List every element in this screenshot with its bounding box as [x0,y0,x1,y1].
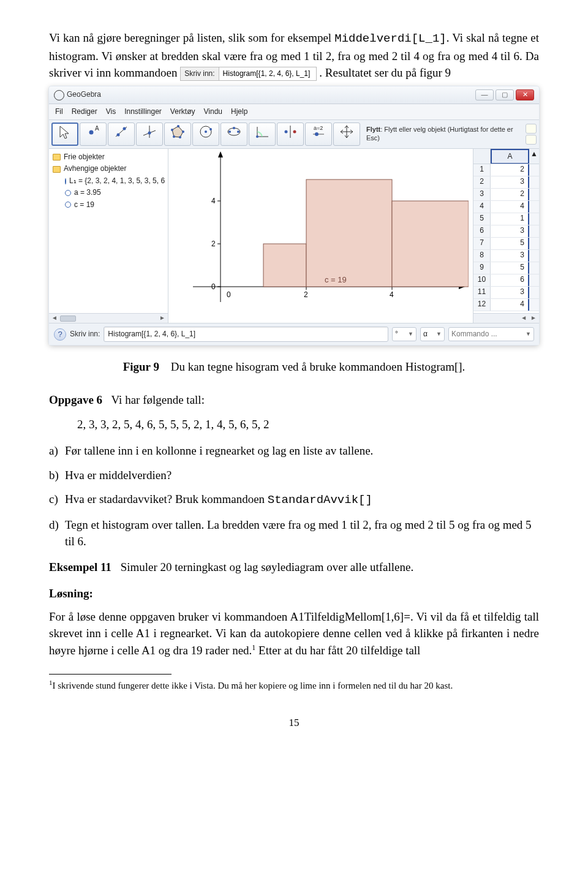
cell[interactable]: 2 [491,164,529,176]
maximize-button[interactable]: ▢ [496,89,514,100]
cell[interactable]: 5 [491,262,529,274]
svg-marker-29 [218,151,223,157]
sheet-corner[interactable] [473,149,491,164]
row-header[interactable]: 8 [473,250,491,262]
tree-free-objects[interactable]: Frie objekter [51,151,165,163]
tree-item-a[interactable]: a = 3.95 [51,187,165,198]
minimize-button[interactable]: — [475,89,494,100]
scroll-left-icon[interactable]: ◄ [51,314,58,323]
sheet-row[interactable]: 23 [473,176,539,189]
task6-d: d)Tegn et histogram over tallen. La bred… [49,516,539,550]
tool-polygon[interactable] [164,123,191,146]
folder-icon [53,166,61,173]
cell[interactable]: 1 [491,213,529,225]
code-standardavvik: StandardAvvik[] [268,493,372,507]
close-button[interactable]: ✕ [516,89,534,100]
sheet-scroll-up[interactable]: ▲ [529,149,539,164]
figure-caption-text: Du kan tegne hisogram ved å bruke komman… [171,360,466,373]
xtick-0: 0 [227,290,231,299]
col-header-A[interactable]: A [491,149,529,164]
scroll-thumb[interactable] [60,316,76,322]
tree-dependent-objects[interactable]: Avhengige objekter [51,163,165,175]
cell[interactable]: 3 [491,176,529,188]
dd-degree[interactable]: °▼ [392,327,417,341]
footnote-rule [49,674,172,675]
page-number: 15 [49,716,539,731]
menu-view[interactable]: Vis [106,107,116,117]
algebra-panel: Frie objekter Avhengige objekter L₁ = {2… [49,149,168,323]
toolbar-aux-2[interactable] [526,135,537,145]
graphics-view[interactable]: 0 2 4 0 2 4 6 c = 19 [168,149,473,323]
sheet-row[interactable]: 75 [473,238,539,250]
row-header[interactable]: 1 [473,164,491,176]
tool-line[interactable] [108,123,135,146]
chevron-down-icon: ▼ [408,330,413,338]
tool-circle[interactable] [192,123,219,146]
cell[interactable]: 3 [491,250,529,262]
row-header[interactable]: 4 [473,201,491,213]
sheet-row[interactable]: 32 [473,189,539,201]
dd-alpha[interactable]: α▼ [420,327,445,341]
sheet-hscroll[interactable]: ◄ ► [473,313,539,323]
row-header[interactable]: 2 [473,176,491,188]
menu-edit[interactable]: Rediger [72,107,97,117]
menu-settings[interactable]: Innstillinger [124,107,162,117]
menu-window[interactable]: Vindu [204,107,222,117]
ex11-label: Eksempel 11 [49,561,111,573]
row-header[interactable]: 6 [473,225,491,237]
menu-help[interactable]: Hjelp [231,107,247,117]
help-icon[interactable]: ? [54,328,66,341]
folder-icon [53,154,61,161]
row-header[interactable]: 10 [473,274,491,286]
row-header[interactable]: 7 [473,238,491,249]
row-header[interactable]: 3 [473,189,491,200]
sheet-row[interactable]: 124 [473,299,539,311]
cell[interactable]: 6 [491,274,529,286]
sheet-row[interactable]: 44 [473,201,539,213]
tree-item-l1[interactable]: L₁ = {2, 3, 2, 4, 1, 3, 5, 3, 5, 6, [51,175,165,187]
task6-numbers: 2, 3, 3, 2, 5, 4, 6, 5, 5, 5, 2, 1, 4, 5… [77,416,539,433]
tool-point[interactable]: A [80,123,107,146]
sheet-row[interactable]: 106 [473,274,539,287]
object-icon [65,190,71,196]
cell[interactable]: 5 [491,238,529,249]
tool-conic[interactable] [221,123,247,146]
tool-slider[interactable]: a=2 [305,123,332,146]
tool-reflect[interactable] [277,123,304,146]
svg-point-26 [315,132,318,136]
algebra-scrollbar[interactable]: ◄ ► [49,313,168,323]
tool-perpendicular[interactable] [136,123,163,146]
tool-angle[interactable] [249,123,276,146]
cell[interactable]: 3 [491,287,529,298]
task6-list: a)Før tallene inn i en kollonne i regnea… [49,442,539,550]
svg-point-11 [177,125,179,127]
svg-point-19 [237,130,239,133]
sheet-row[interactable]: 63 [473,225,539,238]
tool-move-view[interactable] [333,123,360,146]
tool-move[interactable] [51,123,78,146]
sheet-row[interactable]: 51 [473,213,539,225]
scroll-left-icon[interactable]: ◄ [521,314,527,323]
sheet-row[interactable]: 83 [473,250,539,262]
cell[interactable]: 3 [491,225,529,237]
dd-command[interactable]: Kommando ...▼ [448,327,534,341]
scroll-right-icon[interactable]: ► [530,314,537,323]
toolbar-aux-1[interactable] [526,124,537,134]
sheet-row[interactable]: 12 [473,164,539,176]
scroll-right-icon[interactable]: ► [159,314,165,323]
cell[interactable]: 4 [491,201,529,213]
row-header[interactable]: 12 [473,299,491,311]
row-header[interactable]: 9 [473,262,491,274]
row-header[interactable]: 5 [473,213,491,225]
tree-item-c[interactable]: c = 19 [51,199,165,211]
cell[interactable]: 4 [491,299,529,311]
menu-file[interactable]: Fil [55,107,63,117]
svg-point-16 [209,128,212,130]
svg-point-9 [173,135,175,138]
cell[interactable]: 2 [491,189,529,200]
inputbar-field[interactable]: Histogram[{1, 2, 4, 6}, L_1] [104,327,388,342]
sheet-row[interactable]: 95 [473,262,539,274]
row-header[interactable]: 11 [473,287,491,298]
sheet-row[interactable]: 113 [473,287,539,299]
menu-tools[interactable]: Verktøy [170,107,195,117]
